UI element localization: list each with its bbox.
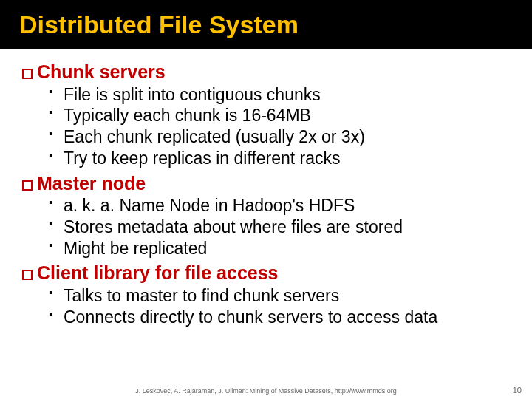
list-item: Try to keep replicas in different racks bbox=[64, 148, 510, 169]
section-heading-client-library: Client library for file access bbox=[22, 263, 510, 284]
footer-citation: J. Leskovec, A. Rajaraman, J. Ullman: Mi… bbox=[0, 387, 532, 395]
hollow-square-icon bbox=[22, 69, 33, 79]
section-heading-master-node: Master node bbox=[22, 174, 510, 194]
list-item: Connects directly to chunk servers to ac… bbox=[64, 307, 510, 328]
list-item: Stores metadata about where files are st… bbox=[64, 216, 510, 238]
slide-content: Chunk servers File is split into contigu… bbox=[0, 49, 532, 327]
slide-title: Distributed File System bbox=[19, 10, 299, 39]
list-item: Talks to master to find chunk servers bbox=[64, 285, 510, 307]
section-heading-text: Client library for file access bbox=[37, 262, 279, 283]
list-item: Typically each chunk is 16-64MB bbox=[64, 105, 510, 126]
list-item: a. k. a. Name Node in Hadoop's HDFS bbox=[64, 195, 510, 216]
section-heading-text: Chunk servers bbox=[37, 61, 166, 82]
list-item: Might be replicated bbox=[64, 238, 510, 259]
section-heading-text: Master node bbox=[37, 173, 146, 194]
bullet-list-master-node: a. k. a. Name Node in Hadoop's HDFS Stor… bbox=[22, 195, 510, 259]
bullet-list-client-library: Talks to master to find chunk servers Co… bbox=[22, 285, 510, 328]
page-number: 10 bbox=[513, 386, 522, 395]
hollow-square-icon bbox=[22, 180, 33, 191]
bullet-list-chunk-servers: File is split into contiguous chunks Typ… bbox=[22, 84, 510, 169]
list-item: File is split into contiguous chunks bbox=[64, 84, 510, 106]
title-bar: Distributed File System bbox=[0, 0, 532, 49]
list-item: Each chunk replicated (usually 2x or 3x) bbox=[64, 126, 510, 148]
hollow-square-icon bbox=[22, 270, 33, 280]
section-heading-chunk-servers: Chunk servers bbox=[22, 62, 510, 83]
